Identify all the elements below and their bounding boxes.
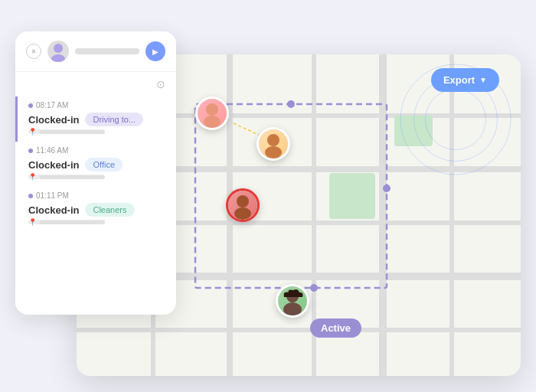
tag-2[interactable]: Office (85, 158, 123, 172)
avatar-pin-3[interactable] (226, 188, 260, 222)
svg-point-17 (206, 103, 218, 116)
export-button[interactable]: Export ▼ (431, 68, 499, 92)
tag-3[interactable]: Cleaners (85, 203, 134, 217)
avatar-pin-2[interactable] (257, 127, 290, 161)
user-name-bar (75, 48, 139, 54)
svg-point-13 (287, 100, 295, 108)
time-dot-2 (28, 149, 33, 153)
timeline-item-2: 11:46 AM Clocked-in Office 📍 (15, 142, 176, 187)
time-label-1: 08:17 AM (28, 101, 165, 109)
location-icon-1: 📍 (28, 128, 37, 136)
time-dot-1 (28, 103, 33, 108)
tag-1[interactable]: Driving to... (85, 113, 143, 126)
active-badge: Active (310, 318, 361, 338)
sidebar-user-avatar (47, 41, 69, 62)
location-bar-2: 📍 (28, 175, 105, 179)
time-label-2: 11:46 AM (28, 146, 165, 155)
event-label-1: Clocked-in (28, 114, 79, 126)
svg-point-21 (237, 195, 249, 207)
item-row-3: Clocked-in Cleaners (28, 203, 165, 217)
export-label: Export (443, 74, 475, 86)
svg-point-26 (51, 54, 65, 62)
avatar-pin-4[interactable] (276, 284, 309, 318)
close-button[interactable]: × (26, 44, 41, 59)
location-bar-3: 📍 (28, 220, 105, 224)
svg-rect-12 (195, 104, 387, 288)
location-line-1 (40, 130, 105, 134)
item-row-2: Clocked-in Office (28, 158, 165, 172)
location-line-3 (40, 220, 105, 224)
svg-point-25 (54, 44, 63, 53)
event-label-2: Clocked-in (28, 159, 79, 171)
svg-point-14 (383, 185, 391, 192)
sidebar-search-row: ⊙ (15, 72, 176, 96)
event-label-3: Clocked-in (28, 204, 79, 216)
item-row-1: Clocked-in Driving to... (28, 113, 165, 126)
play-button[interactable]: ▶ (145, 41, 165, 61)
avatar-pin-1[interactable] (195, 96, 229, 130)
search-icon[interactable]: ⊙ (156, 78, 165, 90)
svg-point-22 (234, 207, 251, 220)
svg-rect-10 (329, 173, 375, 219)
svg-point-18 (204, 116, 221, 128)
export-chevron-icon: ▼ (479, 76, 487, 84)
sidebar-header: × ▶ (15, 31, 176, 72)
svg-point-24 (283, 302, 302, 315)
sidebar-card: × ▶ ⊙ 08:17 AM Clocked-in Driving to... (15, 31, 176, 315)
time-label-3: 01:11 PM (28, 191, 165, 200)
location-line-2 (40, 175, 105, 179)
scene: Active Export ▼ × ▶ (15, 16, 521, 376)
svg-point-20 (265, 146, 282, 158)
svg-point-19 (267, 134, 279, 146)
svg-point-15 (310, 284, 318, 292)
ripple-inner (425, 89, 486, 150)
timeline-item-3: 01:11 PM Clocked-in Cleaners 📍 (15, 187, 176, 232)
timeline-item-1: 08:17 AM Clocked-in Driving to... 📍 (15, 96, 176, 142)
time-dot-3 (28, 194, 33, 198)
location-bar-1: 📍 (28, 129, 105, 134)
location-icon-2: 📍 (28, 173, 37, 181)
location-icon-3: 📍 (28, 218, 37, 226)
